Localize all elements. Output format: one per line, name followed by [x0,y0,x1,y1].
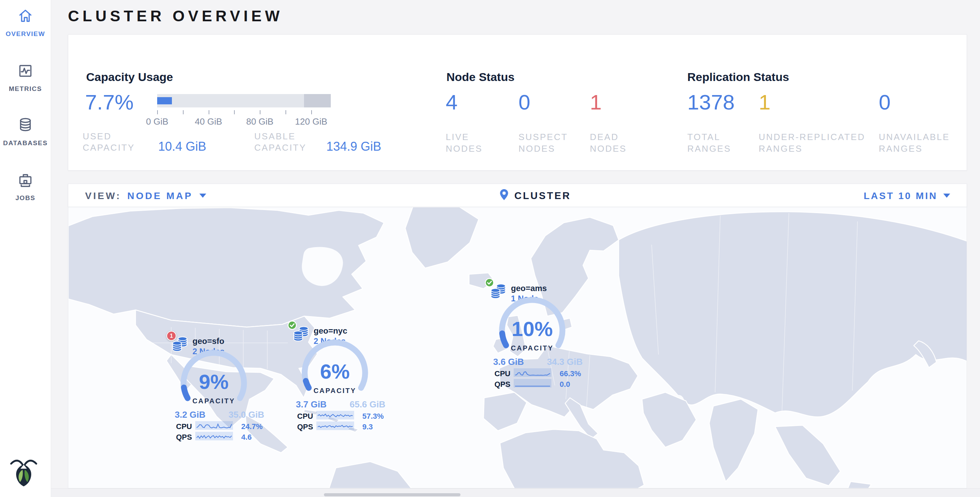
gauge-capacity-caption: CAPACITY [178,397,250,405]
qps-metric-row: QPS 0.0 [484,379,597,389]
axis-tick [234,110,235,114]
sidebar-item-overview[interactable]: OVERVIEW [0,8,51,38]
stat-value: 4 [446,92,482,113]
gauge-capacity-caption: CAPACITY [496,344,568,352]
qps-value: 4.6 [241,433,252,442]
stat-value: 0 [879,92,950,113]
stat-value: 1 [590,92,627,113]
axis-tick-label: 120 GiB [289,116,334,127]
sidebar-item-jobs[interactable]: JOBS [0,172,51,202]
gauge-percent-value: 9% [178,372,250,392]
map-node-group[interactable]: geo=ams 1 Node 10% CAPACITY 3.6 GiB 34.3… [484,277,597,393]
sidebar: OVERVIEW METRICS DATABASES JOBS [0,0,51,497]
axis-tick [260,110,261,114]
view-label: VIEW: [85,191,121,201]
stat-label-line1: TOTAL [687,131,735,143]
axis-tick [183,110,184,114]
stat-value: 1 [759,92,865,113]
cpu-metric-row: CPU 66.3% [484,368,597,378]
map-node-group[interactable]: geo=nyc 2 Nodes 6% CAPACITY 3.7 GiB 65.6… [286,319,399,436]
capacity-usage-title: Capacity Usage [86,70,173,84]
sidebar-item-databases[interactable]: DATABASES [0,117,51,147]
stat-label-line1: SUSPECT [519,131,568,143]
stat-label-line1: UNDER-REPLICATED [759,131,865,143]
gauge-used-value: 3.7 GiB [289,399,334,410]
qps-value: 0.0 [560,380,570,389]
axis-tick-label: 40 GiB [186,116,231,127]
locality-label[interactable]: geo=nyc [313,326,347,336]
stat-label-line1: UNAVAILABLE [879,131,950,143]
stat-label-line1: DEAD [590,131,627,143]
summary-stat: 0UNAVAILABLERANGES [879,92,950,155]
node-status-title: Node Status [446,70,514,84]
metrics-chart-icon [17,62,33,79]
time-range-selector[interactable]: LAST 10 MIN [864,191,937,201]
gauge-capacity-caption: CAPACITY [299,387,371,395]
qps-label: QPS [495,380,510,389]
gauge-percent-value: 10% [496,319,568,339]
stat-label-line2: NODES [446,143,482,155]
gauge-used-value: 3.6 GiB [486,357,531,367]
breadcrumb-cluster[interactable]: CLUSTER [514,190,571,201]
view-selector[interactable]: NODE MAP [127,191,193,201]
summary-stat: 1DEADNODES [590,92,627,155]
axis-tick [157,110,158,114]
stat-label-line2: RANGES [687,143,735,155]
stat-label-line2: RANGES [879,143,950,155]
stat-label-line1: LIVE [446,131,482,143]
cpu-metric-row: CPU 57.3% [286,411,399,421]
capacity-percent-value: 7.7% [85,92,134,113]
qps-value: 9.3 [362,422,373,432]
page-title: CLUSTER OVERVIEW [68,8,283,25]
chevron-down-icon[interactable] [199,194,206,198]
stat-label-line2: NODES [590,143,627,155]
cluster-overview-page: OVERVIEW METRICS DATABASES JOBS [0,0,980,497]
capacity-bar-reserved-segment [304,94,331,107]
axis-tick-label: 0 GiB [135,116,180,127]
cpu-sparkline [514,368,551,377]
cpu-sparkline [195,421,233,430]
map-node-group[interactable]: 1 geo=sfo 2 Nodes 9% CAPACITY 3.2 Gi [165,330,278,446]
capacity-bar [157,94,331,107]
qps-sparkline [514,379,551,387]
qps-metric-row: QPS 4.6 [165,432,278,441]
qps-label: QPS [176,433,192,442]
axis-tick-label: 80 GiB [237,116,282,127]
gauge-total-value: 34.3 GiB [542,357,587,367]
stat-label-line2: RANGES [759,143,865,155]
database-icon [17,117,33,133]
gauge-used-value: 3.2 GiB [168,409,212,420]
home-icon [17,8,33,24]
cockroachdb-logo [9,457,38,487]
axis-tick [285,110,286,114]
qps-metric-row: QPS 9.3 [286,422,399,431]
sidebar-item-label: METRICS [0,85,51,93]
capacity-bar-tick-labels: 0 GiB40 GiB80 GiB120 GiB [157,116,349,127]
chevron-down-icon[interactable] [943,194,950,198]
sidebar-item-label: JOBS [0,194,51,202]
cpu-value: 57.3% [362,412,383,421]
stat-value: 0 [519,92,568,113]
cpu-label: CPU [297,412,313,421]
summary-stat: 1378TOTALRANGES [687,92,735,155]
cpu-value: 24.7% [241,422,262,431]
summary-stat: 4LIVENODES [446,92,482,155]
briefcase-icon [17,172,33,188]
used-capacity-label-line1: USED [83,131,111,142]
view-toolbar: VIEW: NODE MAP CLUSTER LAST 10 MIN [68,184,967,207]
qps-label: QPS [297,422,313,432]
cpu-label: CPU [495,369,510,378]
used-capacity-label-line2: CAPACITY [83,142,135,153]
locality-label[interactable]: geo=sfo [192,336,224,346]
summary-card: Capacity Usage 7.7% 0 GiB40 GiB80 GiB120… [68,34,967,170]
usable-capacity-label-line1: USABLE [254,131,296,142]
summary-stat: 0SUSPECTNODES [519,92,568,155]
capacity-bar-ticks [157,110,331,114]
gauge-total-value: 65.6 GiB [345,399,390,410]
stat-label-line2: NODES [519,143,568,155]
horizontal-scrollbar-thumb[interactable] [324,493,460,496]
sidebar-item-metrics[interactable]: METRICS [0,62,51,93]
locality-label[interactable]: geo=ams [511,284,547,293]
cpu-label: CPU [176,422,192,431]
map-pin-icon [500,189,508,200]
